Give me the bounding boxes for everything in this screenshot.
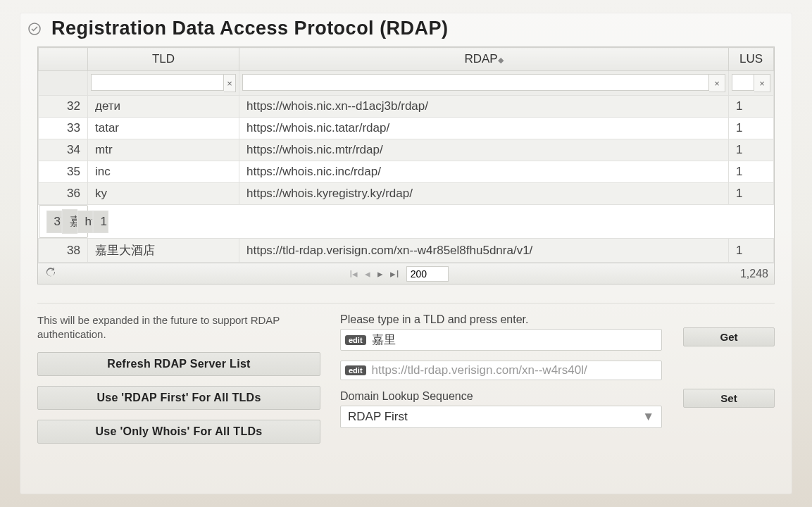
use-rdap-first-button[interactable]: Use 'RDAP First' For All TLDs <box>37 386 320 410</box>
tld-input-label: Please type in a TLD and press enter. <box>340 313 662 326</box>
col-rdap[interactable]: RDAP◆ <box>239 48 729 71</box>
pager-last-icon[interactable]: ▸I <box>390 268 399 280</box>
table-row[interactable]: 38嘉里大酒店https://tld-rdap.verisign.com/xn-… <box>39 239 774 263</box>
page-title: Registration Data Access Protocol (RDAP) <box>51 18 449 39</box>
use-only-whois-button[interactable]: Use 'Only Whois' For All TLDs <box>37 420 320 444</box>
row-number: 34 <box>39 139 88 161</box>
reload-icon[interactable] <box>44 265 58 282</box>
rdap-url-input[interactable]: edit https://tld-rdap.verisign.com/xn--w… <box>340 361 662 380</box>
cell-tld[interactable]: tatar <box>88 118 239 139</box>
filter-lus-input[interactable] <box>732 74 754 91</box>
cell-rdap[interactable]: https://whois.nic.mtr/rdap/ <box>239 139 729 161</box>
filter-tld-clear[interactable]: × <box>224 74 236 92</box>
filter-tld-input[interactable] <box>91 74 224 91</box>
sequence-label: Domain Lookup Sequence <box>340 390 662 403</box>
pager-next-icon[interactable]: ▸ <box>377 268 383 280</box>
row-number: 38 <box>39 239 88 263</box>
col-rownum[interactable] <box>39 48 88 71</box>
set-button[interactable]: Set <box>683 389 775 408</box>
row-number: 33 <box>39 118 88 139</box>
cell-lus[interactable]: 1 <box>729 118 774 139</box>
cell-rdap[interactable]: https://tld-rdap.verisign.com/xn--w4r85e… <box>239 239 729 263</box>
pager-first-icon[interactable]: I◂ <box>349 268 358 280</box>
cell-lus[interactable]: 1 <box>729 161 774 183</box>
cell-lus[interactable]: 1 <box>729 239 774 263</box>
future-note: This will be expanded in the future to s… <box>37 313 319 342</box>
refresh-rdap-button[interactable]: Refresh RDAP Server List <box>37 352 320 376</box>
chevron-down-icon: ▼ <box>642 410 654 424</box>
row-number: 36 <box>39 183 88 205</box>
tld-input[interactable]: edit 嘉里 <box>340 329 662 351</box>
cell-rdap[interactable]: https://whois.nic.xn--d1acj3b/rdap/ <box>239 96 729 118</box>
pager-total: 1,248 <box>740 268 768 280</box>
table-row[interactable]: 35inchttps://whois.nic.inc/rdap/1 <box>39 161 774 183</box>
cell-rdap[interactable]: https://whois.nic.tatar/rdap/ <box>239 118 729 139</box>
cell-lus[interactable]: 1 <box>729 139 774 161</box>
cell-tld[interactable]: 嘉里 <box>62 209 77 234</box>
sequence-select[interactable]: RDAP First ▼ <box>340 406 662 428</box>
filter-lus-clear[interactable]: × <box>754 74 770 92</box>
filter-rdap-input[interactable] <box>242 74 709 91</box>
cell-tld[interactable]: inc <box>88 161 239 183</box>
cell-rdap[interactable]: https://whois.nic.inc/rdap/ <box>239 161 729 183</box>
get-button[interactable]: Get <box>683 327 775 346</box>
cell-tld[interactable]: 嘉里大酒店 <box>88 239 239 263</box>
cell-tld[interactable]: mtr <box>88 139 239 161</box>
cell-lus[interactable]: 1 <box>729 183 774 205</box>
cell-tld[interactable]: дети <box>88 96 239 118</box>
table-row[interactable]: 36kyhttps://whois.kyregistry.ky/rdap/1 <box>39 183 774 205</box>
rdap-table: TLD RDAP◆ LUS × × × 32детиhttps://whois.… <box>37 46 775 284</box>
row-number: 35 <box>39 161 88 183</box>
col-lus[interactable]: LUS <box>729 48 774 71</box>
table-row[interactable]: 37嘉里https://tld-rdap.verisign.com/xn--w4… <box>39 205 88 238</box>
table-row[interactable]: 34mtrhttps://whois.nic.mtr/rdap/1 <box>39 139 774 161</box>
pager-page-input[interactable] <box>406 266 449 282</box>
edit-badge: edit <box>345 365 366 375</box>
row-number: 32 <box>39 96 88 118</box>
edit-badge: edit <box>345 335 366 345</box>
cell-rdap[interactable]: https://tld-rdap.verisign.com/xn--w4rs40… <box>77 211 93 233</box>
col-tld[interactable]: TLD <box>88 48 239 71</box>
table-row[interactable]: 32детиhttps://whois.nic.xn--d1acj3b/rdap… <box>39 96 774 118</box>
filter-rdap-clear[interactable]: × <box>709 74 725 92</box>
cell-tld[interactable]: ky <box>88 183 239 205</box>
table-row[interactable]: 33tatarhttps://whois.nic.tatar/rdap/1 <box>39 118 774 139</box>
cell-rdap[interactable]: https://whois.kyregistry.ky/rdap/ <box>239 183 729 205</box>
check-circle-icon <box>27 22 42 36</box>
cell-lus[interactable]: 1 <box>729 96 774 118</box>
row-number: 37 <box>46 211 62 233</box>
pager-prev-icon[interactable]: ◂ <box>365 268 370 280</box>
cell-lus[interactable]: 1 <box>93 211 108 233</box>
